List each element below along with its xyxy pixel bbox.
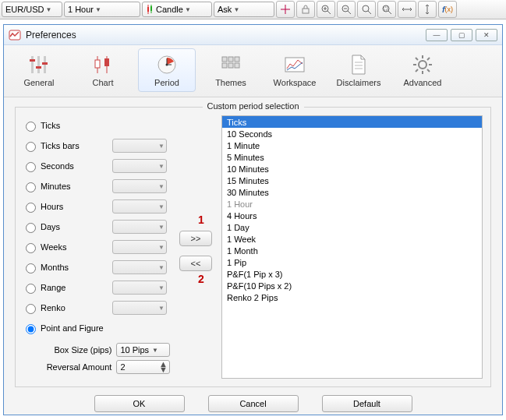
period-list[interactable]: Ticks10 Seconds1 Minute5 Minutes10 Minut… xyxy=(221,115,483,379)
radio-value-combo[interactable]: ▼ xyxy=(112,260,167,274)
tab-period[interactable]: Period xyxy=(138,48,196,92)
radio-value-combo[interactable]: ▼ xyxy=(112,281,167,295)
radio-input[interactable] xyxy=(26,324,36,334)
tab-themes[interactable]: Themes xyxy=(202,48,260,92)
close-button[interactable]: ✕ xyxy=(476,29,497,41)
svg-rect-23 xyxy=(37,56,40,73)
chevron-down-icon: ▼ xyxy=(158,284,165,291)
list-item[interactable]: 1 Week xyxy=(222,233,482,245)
radio-value-combo[interactable]: ▼ xyxy=(112,139,167,153)
chevron-down-icon: ▼ xyxy=(158,183,165,190)
chevron-down-icon: ▼ xyxy=(94,6,103,13)
radio-input[interactable] xyxy=(26,243,36,253)
radio-input[interactable] xyxy=(26,304,36,314)
vresize-button[interactable] xyxy=(418,1,437,18)
tab-general[interactable]: General xyxy=(10,48,68,92)
lock-button[interactable] xyxy=(296,1,315,18)
radio-point-and-figure[interactable]: Point and Figure xyxy=(19,318,170,338)
radio-input[interactable] xyxy=(26,263,36,274)
radio-hours[interactable]: Hours▼ xyxy=(19,196,170,217)
radio-minutes[interactable]: Minutes▼ xyxy=(19,176,170,196)
svg-rect-6 xyxy=(303,9,309,13)
svg-point-35 xyxy=(166,64,168,66)
list-item[interactable]: 1 Day xyxy=(222,221,482,233)
radio-value-combo[interactable]: ▼ xyxy=(112,301,167,315)
zoom-in-button[interactable] xyxy=(317,1,335,18)
radio-ticks[interactable]: Ticks xyxy=(19,115,170,136)
side-combo[interactable]: Ask ▼ xyxy=(214,2,274,17)
tab-advanced[interactable]: Advanced xyxy=(394,48,451,92)
crosshair-button[interactable] xyxy=(276,1,295,18)
radio-value-combo[interactable]: ▼ xyxy=(112,220,167,234)
tab-disclaimers[interactable]: Disclaimers xyxy=(330,48,387,92)
reversal-spinner[interactable]: 2 ▲▼ xyxy=(116,360,170,374)
annotation-1: 1 xyxy=(198,214,204,226)
charttype-combo[interactable]: Candle ▼ xyxy=(142,2,212,17)
tab-strip: General Chart Period Themes Workspace Di… xyxy=(4,45,502,97)
radio-value-combo[interactable]: ▼ xyxy=(112,179,167,193)
move-buttons: 1 >> << 2 xyxy=(170,115,221,379)
list-item[interactable]: 1 Month xyxy=(222,245,482,256)
tab-workspace[interactable]: Workspace xyxy=(266,48,324,92)
list-item[interactable]: Renko 2 Pips xyxy=(222,291,482,303)
list-item[interactable]: 15 Minutes xyxy=(222,175,482,186)
chevron-down-icon: ▼ xyxy=(158,143,165,150)
zoom-reset-button[interactable] xyxy=(357,1,376,18)
cancel-button[interactable]: Cancel xyxy=(208,395,299,412)
minimize-button[interactable]: — xyxy=(426,29,448,41)
list-item[interactable]: Ticks xyxy=(222,116,482,128)
zoom-out-button[interactable] xyxy=(337,1,356,18)
svg-rect-22 xyxy=(31,56,34,73)
chevron-down-icon: ▼ xyxy=(158,305,165,312)
candle-icon xyxy=(146,5,154,14)
radio-ticks-bars[interactable]: Ticks bars▼ xyxy=(19,136,170,156)
list-item[interactable]: 4 Hours xyxy=(222,210,482,221)
radio-value-combo[interactable]: ▼ xyxy=(112,240,167,254)
radio-input[interactable] xyxy=(26,142,36,152)
svg-line-17 xyxy=(388,11,391,14)
tab-chart[interactable]: Chart xyxy=(74,48,132,92)
list-item[interactable]: 1 Hour xyxy=(222,198,482,210)
svg-point-46 xyxy=(419,61,426,69)
radio-seconds[interactable]: Seconds▼ xyxy=(19,156,170,176)
list-item[interactable]: 10 Minutes xyxy=(222,163,482,175)
chevron-down-icon: ▼ xyxy=(158,264,165,271)
default-button[interactable]: Default xyxy=(322,395,412,412)
radio-input[interactable] xyxy=(26,203,36,213)
list-item[interactable]: 1 Minute xyxy=(222,139,482,151)
radio-weeks[interactable]: Weeks▼ xyxy=(19,237,170,257)
tab-label: Workspace xyxy=(274,78,317,87)
radio-label: Renko xyxy=(41,303,65,312)
list-item[interactable]: 5 Minutes xyxy=(222,151,482,163)
radio-input[interactable] xyxy=(26,122,36,132)
radio-input[interactable] xyxy=(26,284,36,294)
fx-button[interactable]: f(x) xyxy=(438,1,457,18)
box-size-combo[interactable]: 10 Pips ▼ xyxy=(116,343,170,357)
radio-renko[interactable]: Renko▼ xyxy=(19,298,170,318)
radio-input[interactable] xyxy=(26,162,36,172)
svg-rect-41 xyxy=(235,63,239,68)
radio-value-combo[interactable]: ▼ xyxy=(112,159,167,173)
remove-button[interactable]: << xyxy=(179,256,212,271)
radio-input[interactable] xyxy=(26,182,36,192)
list-item[interactable]: P&F(10 Pips x 2) xyxy=(222,280,482,291)
timeframe-combo[interactable]: 1 Hour ▼ xyxy=(64,2,140,17)
radio-value-combo[interactable]: ▼ xyxy=(112,199,167,214)
radio-input[interactable] xyxy=(26,223,36,233)
list-item[interactable]: 10 Seconds xyxy=(222,128,482,139)
radio-range[interactable]: Range▼ xyxy=(19,277,170,298)
list-item[interactable]: 30 Minutes xyxy=(222,186,482,198)
svg-rect-26 xyxy=(36,66,41,69)
radio-months[interactable]: Months▼ xyxy=(19,257,170,277)
ok-button[interactable]: OK xyxy=(94,395,185,412)
list-item[interactable]: P&F(1 Pip x 3) xyxy=(222,268,482,280)
zoom-area-button[interactable] xyxy=(377,1,396,18)
list-item[interactable]: 1 Pip xyxy=(222,256,482,268)
symbol-combo[interactable]: EUR/USD ▼ xyxy=(2,2,62,17)
svg-rect-37 xyxy=(228,57,233,62)
radio-days[interactable]: Days▼ xyxy=(19,217,170,237)
hresize-button[interactable] xyxy=(398,1,416,18)
add-button[interactable]: >> xyxy=(179,231,212,246)
svg-line-15 xyxy=(368,11,371,14)
maximize-button[interactable]: ▢ xyxy=(451,29,472,41)
